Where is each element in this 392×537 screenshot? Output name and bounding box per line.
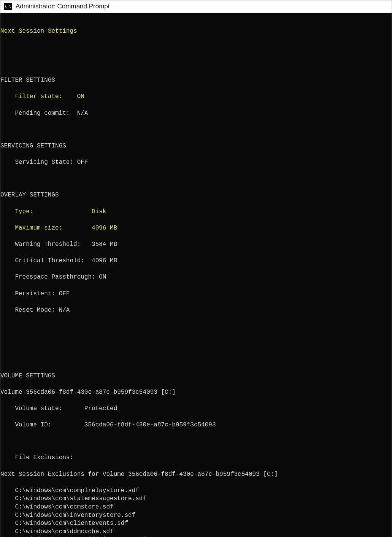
titlebar[interactable]: C:\ Administrator: Command Prompt [0,0,392,13]
overlay-type-value: Disk [92,208,106,215]
file-exclusion-item: C:\windows\ccm\ccmstore.sdf [0,503,392,512]
overlay-reset-label: Reset Mode: [15,307,55,314]
session-header: Next Session Settings [0,28,77,35]
servicing-heading: SERVICING SETTINGS [0,142,392,150]
volume-state-label: Volume state: [15,405,62,412]
overlay-heading: OVERLAY SETTINGS [0,191,392,200]
overlay-warn-label: Warning Threshold: [15,241,81,248]
volume-state-value: Protected [84,405,117,412]
servicing-state-value: OFF [77,159,88,166]
file-exclusion-item: C:\windows\ccm\inventorystore.sdf [0,512,392,520]
overlay-type-label: Type: [15,208,33,215]
overlay-maxsize-label: Maximum size: [15,225,62,231]
overlay-freespace-value: ON [99,274,106,280]
overlay-crit-label: Critical Threshold: [15,257,84,264]
cmd-icon: C:\ [4,3,12,10]
file-exclusion-item: C:\windows\ccm\statemessagestore.sdf [0,495,392,503]
file-exclusion-item: C:\windows\ccm\clientevents.sdf [0,520,392,528]
volume-id-label: Volume ID: [15,421,51,428]
pending-commit-value: N/A [77,110,88,117]
command-prompt-window: C:\ Administrator: Command Prompt Next S… [0,0,392,537]
file-exclusion-list: C:\windows\ccm\complrelaystore.sdf C:\wi… [0,487,392,537]
servicing-state-label: Servicing State: [15,159,73,166]
overlay-persistent-label: Persistent: [15,290,55,297]
filter-heading: FILTER SETTINGS [0,76,392,85]
file-exclusion-item: C:\windows\ccm\complrelaystore.sdf [0,487,392,495]
filter-state-label: Filter state: [15,93,62,100]
overlay-persistent-value: OFF [59,290,70,297]
pending-commit-label: Pending commit: [15,110,70,117]
window-title: Administrator: Command Prompt [16,3,110,10]
overlay-reset-value: N/A [59,307,70,314]
terminal-output[interactable]: Next Session Settings FILTER SETTINGS Fi… [0,13,392,537]
overlay-maxsize-value: 4096 MB [92,225,117,231]
filter-state-value: ON [77,93,84,100]
file-exclusions-label: File Exclusions: [15,454,73,461]
volume-line: Volume 356cda06-f8df-430e-a87c-b959f3c54… [0,388,392,397]
overlay-warn-value: 3584 MB [92,241,117,248]
next-session-exclusions: Next Session Exclusions for Volume 356cd… [0,470,392,479]
volume-id-value: 356cda06-f8df-430e-a87c-b959f3c54093 [84,421,216,428]
overlay-crit-value: 4096 MB [92,257,117,264]
volume-heading: VOLUME SETTINGS [0,372,392,380]
overlay-freespace-label: Freespace Passthrough: [15,274,95,280]
file-exclusion-item: C:\windows\ccm\ddmcache.sdf [0,528,392,536]
